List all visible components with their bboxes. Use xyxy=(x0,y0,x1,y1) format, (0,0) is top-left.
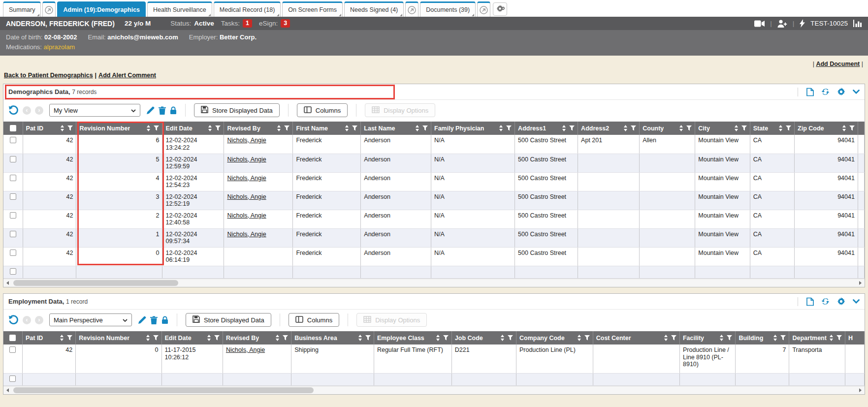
tab-admin-19-demographics[interactable]: Admin (19):Demographics xyxy=(57,1,146,17)
undo-icon[interactable] xyxy=(8,105,19,116)
horizontal-scrollbar[interactable] xyxy=(3,386,865,394)
row-checkbox[interactable] xyxy=(10,156,16,162)
lock-view-icon[interactable] xyxy=(170,106,177,115)
filter-icon[interactable] xyxy=(211,335,220,341)
filter-icon[interactable] xyxy=(150,335,159,341)
sort-icon[interactable] xyxy=(496,125,503,131)
settings-tab-button[interactable] xyxy=(493,2,507,16)
scroll-right-button[interactable] xyxy=(856,279,865,287)
column-header-family-physician[interactable]: Family Physician xyxy=(431,122,515,135)
refresh-icon[interactable] xyxy=(821,297,830,306)
column-header-h[interactable]: H xyxy=(845,331,864,344)
new-document-icon[interactable] xyxy=(806,297,814,306)
revised-by-link[interactable]: Nichols, Angie xyxy=(227,231,266,238)
collapse-chevron-icon[interactable] xyxy=(853,90,860,94)
tab-popout-button[interactable] xyxy=(42,1,56,17)
revised-by-link[interactable]: Nichols, Angie xyxy=(226,346,265,353)
filter-icon[interactable] xyxy=(846,125,855,131)
column-header-revised-by[interactable]: Revised By xyxy=(224,122,293,135)
medications-value[interactable]: alprazolam xyxy=(44,43,75,51)
filter-icon[interactable] xyxy=(783,125,791,131)
sort-icon[interactable] xyxy=(144,125,151,131)
select-all-checkbox[interactable] xyxy=(9,335,16,341)
sort-icon[interactable] xyxy=(498,335,505,341)
gear-icon[interactable] xyxy=(837,297,845,306)
columns-button[interactable]: Columns xyxy=(297,103,348,117)
column-header-last-name[interactable]: Last Name xyxy=(361,122,431,135)
sort-icon[interactable] xyxy=(717,335,724,341)
column-header-department[interactable]: Department xyxy=(789,331,845,344)
column-header-address1[interactable]: Address1 xyxy=(515,122,578,135)
scroll-left-button[interactable] xyxy=(3,279,12,287)
column-header-employee-class[interactable]: Employee Class xyxy=(374,331,451,344)
esign-badge[interactable]: 3 xyxy=(281,19,290,28)
filter-icon[interactable] xyxy=(505,335,513,341)
revised-by-link[interactable]: Nichols, Angie xyxy=(227,193,266,200)
row-checkbox[interactable] xyxy=(10,268,16,275)
scrollbar-thumb[interactable] xyxy=(13,387,314,393)
new-document-icon[interactable] xyxy=(806,88,814,96)
column-header-select[interactable] xyxy=(3,122,23,135)
column-header-building[interactable]: Building xyxy=(736,331,789,344)
add-user-icon[interactable] xyxy=(777,20,787,28)
row-checkbox[interactable] xyxy=(10,193,16,200)
sort-icon[interactable] xyxy=(205,125,212,131)
column-header-revised-by[interactable]: Revised By xyxy=(223,331,291,344)
column-header-revision-number[interactable]: Revision Number xyxy=(76,331,161,344)
scroll-left-button[interactable] xyxy=(3,386,12,394)
tab-popout-button[interactable] xyxy=(405,1,418,17)
column-header-company-code[interactable]: Company Code xyxy=(516,331,593,344)
lightning-icon[interactable] xyxy=(800,19,805,28)
filter-icon[interactable] xyxy=(777,335,786,341)
sort-icon[interactable] xyxy=(621,125,628,131)
column-header-blank[interactable] xyxy=(858,122,864,135)
column-header-first-name[interactable]: First Name xyxy=(293,122,361,135)
columns-button[interactable]: Columns xyxy=(289,313,339,327)
bar-chart-icon[interactable] xyxy=(853,20,862,27)
tab-health-surveillance[interactable]: Health Surveillance xyxy=(147,1,212,17)
tasks-badge[interactable]: 1 xyxy=(243,19,252,28)
column-header-pat-id[interactable]: Pat ID xyxy=(22,331,75,344)
filter-icon[interactable] xyxy=(566,125,575,131)
filter-icon[interactable] xyxy=(724,335,732,341)
filter-icon[interactable] xyxy=(419,125,428,131)
column-header-pat-id[interactable]: Pat ID xyxy=(23,122,76,135)
scroll-right-button[interactable] xyxy=(856,386,865,394)
revised-by-link[interactable]: Nichols, Angie xyxy=(227,175,266,182)
column-header-edit-date[interactable]: Edit Date xyxy=(162,122,224,135)
store-displayed-data-button[interactable]: Store Displayed Data xyxy=(186,313,271,327)
filter-icon[interactable] xyxy=(440,335,449,341)
filter-icon[interactable] xyxy=(739,125,747,131)
tab-on-screen-forms[interactable]: On Screen Forms xyxy=(282,1,343,17)
revised-by-link[interactable]: Nichols, Angie xyxy=(227,212,266,219)
sort-icon[interactable] xyxy=(559,125,566,131)
undo-icon[interactable] xyxy=(8,315,19,325)
view-select[interactable]: My View xyxy=(49,104,140,117)
filter-icon[interactable] xyxy=(362,335,371,341)
filter-icon[interactable] xyxy=(668,335,676,341)
back-to-patient-demographics-link[interactable]: Back to Patient Demographics xyxy=(4,72,93,79)
sort-icon[interactable] xyxy=(273,335,280,341)
filter-icon[interactable] xyxy=(64,125,73,131)
sort-icon[interactable] xyxy=(143,335,150,341)
column-header-zip-code[interactable]: Zip Code xyxy=(795,122,858,135)
sort-icon[interactable] xyxy=(732,125,739,131)
delete-view-icon[interactable] xyxy=(150,316,158,324)
column-header-select[interactable] xyxy=(3,331,22,344)
row-checkbox[interactable] xyxy=(9,346,16,353)
sort-icon[interactable] xyxy=(827,335,834,341)
sort-icon[interactable] xyxy=(433,335,440,341)
sort-icon[interactable] xyxy=(575,335,581,341)
filter-icon[interactable] xyxy=(212,125,221,131)
column-header-edit-date[interactable]: Edit Date xyxy=(161,331,223,344)
tab-medical-record-18[interactable]: Medical Record (18) xyxy=(214,1,281,17)
sort-icon[interactable] xyxy=(661,335,668,341)
filter-icon[interactable] xyxy=(503,125,512,131)
sort-icon[interactable] xyxy=(413,125,419,131)
row-checkbox[interactable] xyxy=(10,231,16,237)
filter-icon[interactable] xyxy=(683,125,692,131)
scrollbar-thumb[interactable] xyxy=(13,280,178,286)
tab-needs-signed-4[interactable]: Needs Signed (4) xyxy=(344,1,404,17)
filter-icon[interactable] xyxy=(151,125,159,131)
lock-view-icon[interactable] xyxy=(161,316,168,324)
